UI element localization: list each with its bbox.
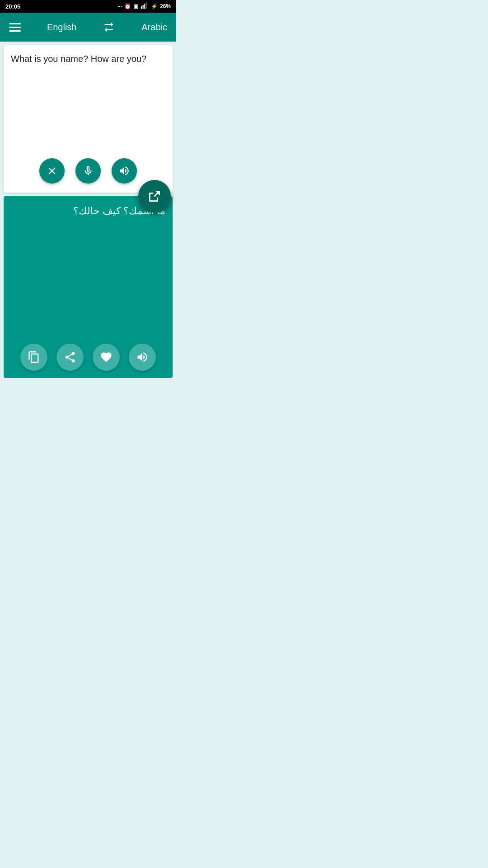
output-section: ما اسمك؟ كيف حالك؟ — [4, 196, 173, 378]
status-battery-percent: 26% — [160, 3, 171, 9]
status-alarm-icon: ⏰ — [124, 3, 131, 9]
menu-button[interactable] — [9, 23, 21, 32]
source-language-button[interactable]: English — [47, 22, 77, 33]
favorite-button[interactable] — [93, 344, 120, 371]
svg-rect-3 — [146, 2, 147, 9]
share-button[interactable] — [56, 344, 84, 371]
translate-button[interactable] — [138, 180, 171, 212]
status-time: 20:05 — [5, 3, 20, 10]
output-controls — [11, 339, 165, 371]
status-signal-icon — [141, 2, 149, 11]
input-controls — [11, 154, 165, 185]
svg-rect-2 — [144, 3, 145, 9]
speak-input-button[interactable] — [112, 158, 137, 184]
speak-output-button[interactable] — [129, 344, 156, 371]
source-text-input[interactable]: What is you name? How are you? — [11, 52, 165, 154]
menu-line-3 — [9, 30, 21, 32]
svg-rect-1 — [142, 5, 143, 9]
status-icons: ··· ⏰ ▣ ⚡ 26% — [117, 2, 171, 11]
svg-rect-0 — [141, 6, 142, 9]
status-dots: ··· — [117, 3, 122, 9]
toolbar: English Arabic — [0, 13, 176, 42]
microphone-button[interactable] — [75, 158, 101, 184]
status-battery-icon: ⚡ — [151, 3, 158, 9]
menu-line-1 — [9, 23, 21, 24]
status-bar: 20:05 ··· ⏰ ▣ ⚡ 26% — [0, 0, 176, 13]
copy-button[interactable] — [20, 344, 47, 371]
input-section: What is you name? How are you? — [4, 45, 173, 193]
input-wrapper: What is you name? How are you? — [0, 42, 176, 196]
menu-line-2 — [9, 27, 21, 28]
status-sim-icon: ▣ — [133, 3, 138, 9]
target-language-button[interactable]: Arabic — [141, 22, 167, 33]
swap-languages-button[interactable] — [103, 21, 115, 33]
main-content: What is you name? How are you? — [0, 42, 176, 382]
translated-text: ما اسمك؟ كيف حالك؟ — [11, 203, 165, 339]
clear-button[interactable] — [39, 158, 65, 184]
